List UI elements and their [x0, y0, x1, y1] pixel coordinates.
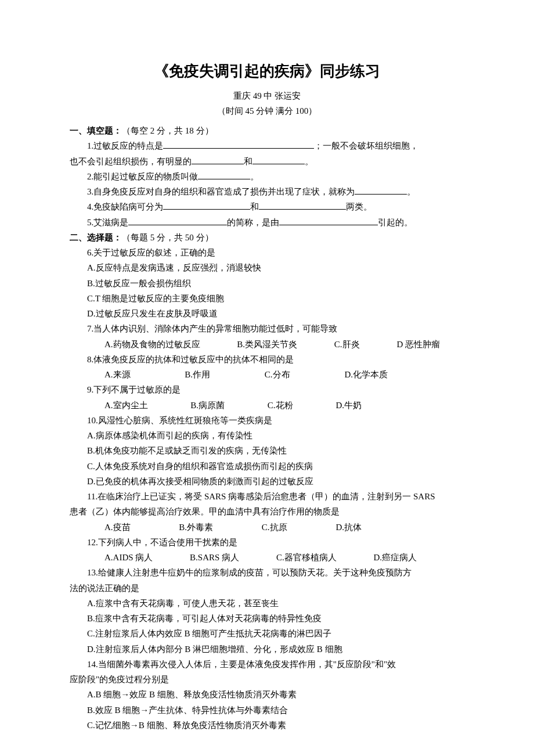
q14-stem-line1: 14.当细菌外毒素再次侵入人体后，主要是体液免疫发挥作用，其"反应阶段"和"效 [70, 657, 464, 672]
q11-opt-c: C.抗原 [244, 520, 287, 535]
q3-text-a: 3.自身免疫反应对自身的组织和器官造成了损伤并出现了症状，就称为 [87, 187, 355, 196]
q1-text-c: 也不会引起组织损伤，有明显的 [70, 157, 192, 166]
q8-stem: 8.体液免疫反应的抗体和过敏反应中的抗体不相同的是 [70, 352, 464, 367]
section-1-header: 一、填空题： [70, 126, 122, 135]
blank [128, 216, 227, 225]
blank [163, 200, 250, 210]
q14-opt-c: C.记忆细胞→B 细胞、释放免疫活性物质消灭外毒素 [70, 718, 464, 733]
q13-stem-line2: 法的说法正确的是 [70, 581, 464, 596]
q12-opt-d: D.癌症病人 [356, 550, 417, 565]
q13-opt-c: C.注射痘浆后人体内效应 B 细胞可产生抵抗天花病毒的淋巴因子 [70, 626, 464, 641]
q10-stem: 10.风湿性心脏病、系统性红斑狼疮等一类疾病是 [70, 413, 464, 428]
section-2: 二、选择题：（每题 5 分，共 50 分） [70, 230, 464, 245]
q11-opt-d: D.抗体 [318, 520, 362, 535]
section-2-header: 二、选择题： [70, 233, 122, 242]
blank [252, 155, 305, 164]
q2: 2.能引起过敏反应的物质叫做。 [70, 169, 464, 184]
section-1-note: （每空 2 分，共 18 分） [122, 126, 214, 135]
q7-options: A.药物及食物的过敏反应 B.类风湿关节炎 C.肝炎 D 恶性肿瘤 [70, 337, 464, 352]
q10-opt-d: D.已免疫的机体再次接受相同物质的刺激而引起的过敏反应 [70, 474, 464, 489]
q3-text-b: 。 [407, 187, 416, 196]
q1-line1: 1.过敏反应的特点是；一般不会破坏组织细胞， [70, 138, 464, 153]
q6-stem: 6.关于过敏反应的叙述，正确的是 [70, 245, 464, 260]
q9-stem: 9.下列不属于过敏原的是 [70, 382, 464, 397]
q12-opt-c: C.器官移植病人 [259, 550, 337, 565]
q8-opt-d: D.化学本质 [327, 367, 388, 382]
blank [259, 200, 346, 210]
q7-opt-b: B.类风湿关节炎 [219, 337, 297, 352]
q4-text-b: 和 [250, 202, 259, 211]
q8-opt-a: A.来源 [87, 367, 131, 382]
q5-text-a: 5.艾滋病是 [87, 218, 128, 227]
q9-options: A.室内尘土 B.病原菌 C.花粉 D.牛奶 [70, 398, 464, 413]
q11-opt-a: A.疫苗 [87, 520, 131, 535]
q11-stem-line1: 11.在临床治疗上已证实，将受 SARS 病毒感染后治愈患者（甲）的血清，注射到… [70, 489, 464, 504]
q6-opt-a: A.反应特点是发病迅速，反应强烈，消退较快 [70, 260, 464, 275]
q13-opt-d: D.注射痘浆后人体内部分 B 淋巴细胞增殖、分化，形成效应 B 细胞 [70, 642, 464, 657]
q1-text-a: 1.过敏反应的特点是 [87, 141, 163, 150]
blank [355, 185, 407, 195]
q12-opt-a: A.AIDS 病人 [87, 550, 153, 565]
q5-text-b: 的简称，是由 [227, 218, 279, 227]
q12-options: A.AIDS 病人 B.SARS 病人 C.器官移植病人 D.癌症病人 [70, 550, 464, 565]
q3: 3.自身免疫反应对自身的组织和器官造成了损伤并出现了症状，就称为。 [70, 184, 464, 199]
blank [279, 216, 378, 225]
q1-text-b: ；一般不会破坏组织细胞， [314, 141, 418, 150]
q2-text-a: 2.能引起过敏反应的物质叫做 [87, 172, 198, 181]
blank [192, 155, 244, 164]
blank [163, 139, 314, 149]
q1-line2: 也不会引起组织损伤，有明显的和。 [70, 154, 464, 169]
q13-opt-b: B.痘浆中含有天花病毒，可引起人体对天花病毒的特异性免疫 [70, 611, 464, 626]
q7-opt-a: A.药物及食物的过敏反应 [87, 337, 200, 352]
q6-opt-c: C.T 细胞是过敏反应的主要免疫细胞 [70, 291, 464, 306]
blank [198, 170, 250, 179]
q11-stem-line2: 患者（乙）体内能够提高治疗效果。甲的血清中具有治疗作用的物质是 [70, 504, 464, 519]
q9-opt-d: D.牛奶 [318, 398, 362, 413]
q6-opt-b: B.过敏反应一般会损伤组织 [70, 276, 464, 291]
q10-opt-b: B.机体免疫功能不足或缺乏而引发的疾病，无传染性 [70, 443, 464, 458]
q14-opt-a: A.B 细胞→效应 B 细胞、释放免疫活性物质消灭外毒素 [70, 687, 464, 702]
q4-text-c: 两类。 [346, 202, 372, 211]
q13-stem-line1: 13.给健康人注射患牛痘奶牛的痘浆制成的疫苗，可以预防天花。关于这种免疫预防方 [70, 565, 464, 580]
q2-text-b: 。 [250, 172, 259, 181]
page-subtitle: 重庆 49 中 张运安 [70, 88, 464, 103]
q1-text-d: 和 [244, 157, 252, 166]
q8-options: A.来源 B.作用 C.分布 D.化学本质 [70, 367, 464, 382]
q4-text-a: 4.免疫缺陷病可分为 [87, 202, 163, 211]
q5-text-c: 引起的。 [378, 218, 413, 227]
q10-opt-c: C.人体免疫系统对自身的组织和器官造成损伤而引起的疾病 [70, 459, 464, 474]
section-2-note: （每题 5 分，共 50 分） [122, 233, 214, 242]
q8-opt-c: C.分布 [247, 367, 290, 382]
q8-opt-b: B.作用 [167, 367, 210, 382]
q7-opt-d: D 恶性肿瘤 [379, 337, 440, 352]
page-title: 《免疫失调引起的疾病》同步练习 [70, 58, 464, 85]
q7-opt-c: C.肝炎 [317, 337, 360, 352]
q1-text-e: 。 [305, 157, 313, 166]
q14-stem-line2: 应阶段"的免疫过程分别是 [70, 672, 464, 687]
q14-opt-b: B.效应 B 细胞→产生抗体、特异性抗体与外毒素结合 [70, 703, 464, 718]
q13-opt-a: A.痘浆中含有天花病毒，可使人患天花，甚至丧生 [70, 596, 464, 611]
q11-options: A.疫苗 B.外毒素 C.抗原 D.抗体 [70, 520, 464, 535]
section-1: 一、填空题：（每空 2 分，共 18 分） [70, 123, 464, 138]
q10-opt-a: A.病原体感染机体而引起的疾病，有传染性 [70, 428, 464, 443]
q9-opt-b: B.病原菌 [173, 398, 225, 413]
q9-opt-a: A.室内尘土 [87, 398, 148, 413]
q12-opt-b: B.SARS 病人 [172, 550, 239, 565]
q7-stem: 7.当人体内识别、消除体内产生的异常细胞功能过低时，可能导致 [70, 321, 464, 336]
q9-opt-c: C.花粉 [250, 398, 293, 413]
q5: 5.艾滋病是的简称，是由引起的。 [70, 215, 464, 230]
q4: 4.免疫缺陷病可分为和两类。 [70, 199, 464, 214]
q11-opt-b: B.外毒素 [161, 520, 213, 535]
page-meta: （时间 45 分钟 满分 100） [70, 103, 464, 118]
q12-stem: 12.下列病人中，不适合使用干扰素的是 [70, 535, 464, 550]
q6-opt-d: D.过敏反应只发生在皮肤及呼吸道 [70, 306, 464, 321]
